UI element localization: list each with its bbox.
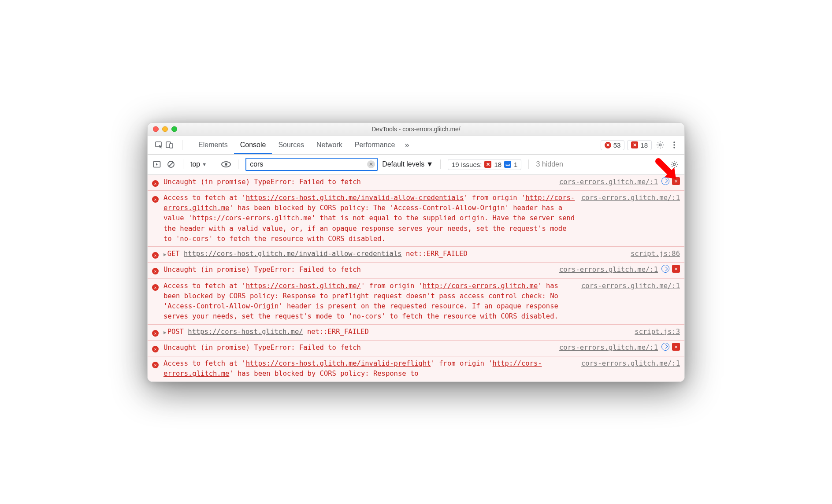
annotation-arrow-icon — [654, 157, 680, 183]
console-output: ✕ Uncaught (in promise) TypeError: Faile… — [148, 175, 684, 382]
issue-error-icon: ✕ — [484, 161, 491, 168]
more-tabs-icon[interactable]: » — [401, 141, 412, 150]
url-link[interactable]: http://cors-errors.glitch.me — [423, 282, 538, 290]
window-title: DevTools - cors-errors.glitch.me/ — [152, 126, 680, 133]
source-link[interactable]: script.js:86 — [631, 249, 680, 260]
chevron-down-icon: ▼ — [202, 162, 207, 167]
refresh-icon[interactable] — [661, 265, 669, 273]
tab-console[interactable]: Console — [234, 136, 272, 154]
context-selector[interactable]: top ▼ — [190, 160, 207, 168]
source-link[interactable]: cors-errors.glitch.me/:1 — [581, 359, 680, 379]
error-icon: ✕ — [152, 266, 160, 276]
tabstrip: Elements Console Sources Network Perform… — [148, 136, 684, 155]
clear-filter-icon[interactable]: ✕ — [367, 160, 375, 168]
console-row: ✕ ▶GET https://cors-host.glitch.me/inval… — [148, 246, 684, 262]
log-levels-selector[interactable]: Default levels ▼ — [382, 160, 433, 168]
error-icon: ✕ — [152, 178, 160, 188]
svg-point-3 — [659, 144, 661, 146]
source-link[interactable]: cors-errors.glitch.me/:1 — [581, 193, 680, 244]
console-row: ✕ Uncaught (in promise) TypeError: Faile… — [148, 262, 684, 278]
console-row: ✕ Uncaught (in promise) TypeError: Faile… — [148, 340, 684, 356]
disclosure-icon[interactable]: ▶ — [163, 330, 167, 335]
console-message: Uncaught (in promise) TypeError: Failed … — [163, 265, 556, 276]
url-link[interactable]: https://cors-host.glitch.me/ — [246, 282, 361, 290]
source-link[interactable]: cors-errors.glitch.me/:1 — [581, 281, 680, 322]
tab-elements[interactable]: Elements — [192, 136, 234, 154]
chevron-down-icon: ▼ — [426, 160, 433, 168]
url-link[interactable]: https://cors-errors.glitch.me — [192, 214, 312, 222]
console-message: Access to fetch at 'https://cors-host.gl… — [163, 359, 578, 379]
svg-line-9 — [169, 162, 173, 167]
inspect-icon[interactable] — [155, 141, 163, 149]
url-link[interactable]: https://cors-host.glitch.me/invalid-pref… — [246, 359, 431, 367]
error-icon: ✕ — [152, 194, 160, 244]
disclosure-icon[interactable]: ▶ — [163, 252, 167, 257]
source-link[interactable]: cors-errors.glitch.me/:1 — [559, 343, 658, 354]
hidden-count[interactable]: 3 hidden — [536, 160, 563, 168]
device-toggle-icon[interactable] — [165, 141, 174, 149]
minimize-button[interactable] — [162, 126, 168, 132]
tab-performance[interactable]: Performance — [349, 136, 401, 154]
source-link[interactable]: script.js:3 — [635, 327, 680, 338]
error-icon: ✕ — [152, 344, 160, 354]
live-expression-icon[interactable] — [221, 161, 231, 168]
error-icon: ✕ — [152, 250, 160, 260]
open-issue-icon[interactable]: ✕ — [672, 343, 680, 351]
issue-count-badge[interactable]: ✕ 18 — [627, 140, 652, 150]
console-row: ✕ Access to fetch at 'https://cors-host.… — [148, 356, 684, 382]
console-row: ✕ Uncaught (in promise) TypeError: Faile… — [148, 175, 684, 190]
filter-input-wrap: ✕ — [245, 158, 378, 171]
console-message: ▶POST https://cors-host.glitch.me/ net::… — [163, 327, 631, 338]
error-circle-icon: ✕ — [605, 142, 611, 148]
filter-input[interactable] — [250, 160, 367, 168]
error-icon: ✕ — [152, 328, 160, 338]
refresh-icon[interactable] — [661, 343, 669, 351]
svg-point-4 — [673, 141, 675, 143]
console-message: Uncaught (in promise) TypeError: Failed … — [163, 177, 556, 188]
settings-button[interactable] — [654, 141, 666, 149]
source-link[interactable]: cors-errors.glitch.me/:1 — [559, 177, 658, 188]
svg-point-11 — [225, 163, 227, 166]
console-message: Uncaught (in promise) TypeError: Failed … — [163, 343, 556, 354]
issue-info-icon: ▭ — [504, 161, 511, 168]
traffic-lights — [153, 126, 177, 132]
url-link[interactable]: https://cors-host.glitch.me/invalid-allo… — [246, 194, 464, 202]
url-link[interactable]: https://cors-host.glitch.me/invalid-allo… — [184, 250, 402, 258]
panel-tabs: Elements Console Sources Network Perform… — [192, 136, 412, 154]
console-filterbar: top ▼ ✕ Default levels ▼ 19 Issues: ✕ 18… — [148, 155, 684, 175]
console-message: ▶GET https://cors-host.glitch.me/invalid… — [163, 249, 627, 260]
kebab-menu-button[interactable] — [669, 141, 680, 149]
issues-pill[interactable]: 19 Issues: ✕ 18 ▭ 1 — [448, 159, 521, 170]
open-issue-icon[interactable]: ✕ — [672, 265, 680, 273]
console-message: Access to fetch at 'https://cors-host.gl… — [163, 193, 578, 244]
error-icon: ✕ — [152, 282, 160, 322]
svg-rect-2 — [170, 144, 173, 148]
clear-console-icon[interactable] — [166, 160, 176, 168]
console-message: Access to fetch at 'https://cors-host.gl… — [163, 281, 578, 322]
error-count-badge[interactable]: ✕ 53 — [601, 140, 625, 150]
console-row: ✕ Access to fetch at 'https://cors-host.… — [148, 190, 684, 246]
url-link[interactable]: https://cors-host.glitch.me/ — [188, 328, 303, 336]
maximize-button[interactable] — [171, 126, 177, 132]
source-link[interactable]: cors-errors.glitch.me/:1 — [559, 265, 658, 276]
console-row: ✕ Access to fetch at 'https://cors-host.… — [148, 278, 684, 324]
titlebar: DevTools - cors-errors.glitch.me/ — [148, 123, 684, 136]
svg-point-5 — [673, 144, 675, 146]
close-button[interactable] — [153, 126, 159, 132]
devtools-window: DevTools - cors-errors.glitch.me/ Elemen… — [147, 122, 685, 382]
tab-network[interactable]: Network — [310, 136, 349, 154]
tab-sources[interactable]: Sources — [272, 136, 310, 154]
console-row: ✕ ▶POST https://cors-host.glitch.me/ net… — [148, 324, 684, 340]
issue-square-icon: ✕ — [631, 141, 638, 148]
error-icon: ✕ — [152, 359, 160, 379]
sidebar-toggle-icon[interactable] — [152, 160, 162, 168]
svg-point-6 — [673, 147, 675, 148]
